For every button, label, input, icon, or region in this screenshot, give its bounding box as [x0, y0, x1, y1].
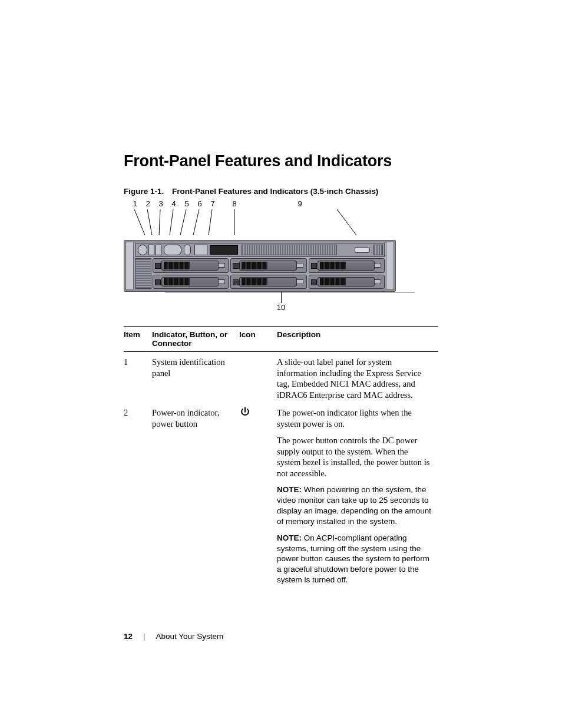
- cell-icon: [239, 352, 277, 403]
- svg-line-2: [159, 209, 160, 235]
- callout-1: 1: [128, 199, 141, 208]
- svg-line-6: [209, 209, 212, 235]
- cell-indicator: Power-on indicator, power button: [152, 403, 239, 588]
- desc-paragraph: A slide-out label panel for system infor…: [277, 357, 434, 400]
- callout-bottom-leader: 10: [124, 292, 438, 312]
- note-label: NOTE:: [277, 485, 302, 494]
- callout-3: 3: [154, 199, 167, 208]
- figure-title: Front-Panel Features and Indicators (3.5…: [172, 187, 378, 196]
- note: NOTE: On ACPI-compliant operating system…: [277, 533, 434, 585]
- th-description: Description: [277, 327, 438, 352]
- desc-paragraph: The power button controls the DC power s…: [277, 435, 434, 479]
- page-footer: 12 | About Your System: [124, 632, 223, 641]
- callout-10: 10: [277, 303, 285, 312]
- cell-item: 1: [124, 352, 152, 403]
- th-icon: Icon: [239, 327, 277, 352]
- cell-indicator: System identification panel: [152, 352, 239, 403]
- table-row: 2 Power-on indicator, power button The p…: [124, 403, 438, 588]
- cell-icon: [239, 403, 277, 588]
- chassis-illustration: [124, 240, 396, 292]
- figure-number: Figure 1-1.: [124, 187, 164, 196]
- cell-description: The power-on indicator lights when the s…: [277, 403, 438, 588]
- cell-description: A slide-out label panel for system infor…: [277, 352, 438, 403]
- cell-item: 2: [124, 403, 152, 588]
- table-row: 1 System identification panel A slide-ou…: [124, 352, 438, 403]
- footer-section: About Your System: [156, 632, 224, 641]
- power-icon: [239, 410, 251, 420]
- footer-separator: |: [143, 632, 146, 641]
- note-label: NOTE:: [277, 533, 302, 542]
- callout-8: 8: [219, 199, 250, 208]
- section-heading: Front-Panel Features and Indicators: [124, 152, 438, 170]
- svg-line-4: [180, 209, 186, 235]
- callout-2: 2: [141, 199, 154, 208]
- desc-paragraph: The power-on indicator lights when the s…: [277, 407, 434, 429]
- svg-line-0: [134, 209, 145, 235]
- th-item: Item: [124, 327, 152, 352]
- callout-5: 5: [180, 199, 193, 208]
- callout-4: 4: [167, 199, 180, 208]
- th-indicator: Indicator, Button, or Connector: [152, 327, 239, 352]
- svg-line-5: [193, 209, 199, 235]
- svg-line-1: [147, 209, 152, 235]
- callout-leader-lines: [124, 208, 401, 236]
- figure-caption: Figure 1-1. Front-Panel Features and Ind…: [124, 187, 438, 196]
- note: NOTE: When powering on the system, the v…: [277, 485, 434, 526]
- callout-9: 9: [250, 199, 350, 208]
- page-number: 12: [124, 632, 133, 641]
- features-table: Item Indicator, Button, or Connector Ico…: [124, 326, 438, 588]
- figure-diagram: 1 2 3 4 5 6 7 8 9: [124, 199, 438, 312]
- svg-line-3: [170, 209, 173, 235]
- callout-7: 7: [206, 199, 219, 208]
- svg-line-8: [337, 209, 356, 235]
- callout-6: 6: [193, 199, 206, 208]
